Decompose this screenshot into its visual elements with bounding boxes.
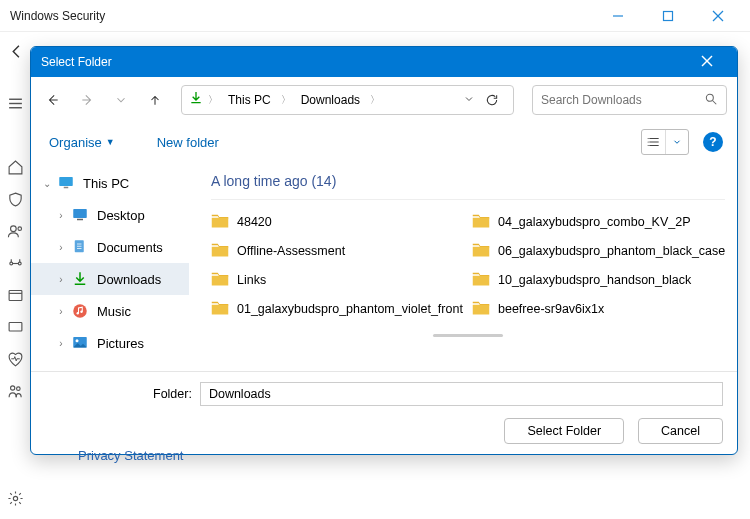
file-name: 48420 <box>237 215 272 229</box>
documents-icon <box>71 238 89 256</box>
folder-input[interactable] <box>200 382 723 406</box>
minimize-button[interactable] <box>596 1 640 31</box>
file-name: Offline-Assessment <box>237 244 345 258</box>
tree-label: This PC <box>83 176 129 191</box>
list-item[interactable]: beefree-sr9av6ix1x <box>472 301 725 316</box>
dialog-titlebar: Select Folder <box>31 47 737 77</box>
device-security-icon[interactable] <box>6 318 24 336</box>
nav-up-button[interactable] <box>141 86 169 114</box>
chevron-right-icon[interactable]: › <box>55 210 67 221</box>
downloads-icon <box>71 270 89 288</box>
health-icon[interactable] <box>6 350 24 368</box>
folder-icon <box>472 243 490 258</box>
chevron-right-icon[interactable]: › <box>55 242 67 253</box>
parent-sidebar <box>0 42 30 400</box>
app-control-icon[interactable] <box>6 286 24 304</box>
tree-label: Documents <box>97 240 163 255</box>
shield-icon[interactable] <box>6 190 24 208</box>
chevron-right-icon[interactable]: › <box>55 306 67 317</box>
svg-point-9 <box>9 262 12 265</box>
file-list: A long time ago (14) 48420 04_galaxybuds… <box>189 161 737 371</box>
svg-point-37 <box>73 304 87 318</box>
select-folder-button[interactable]: Select Folder <box>504 418 624 444</box>
chevron-down-icon[interactable]: ⌄ <box>41 178 53 189</box>
search-box[interactable] <box>532 85 727 115</box>
maximize-button[interactable] <box>646 1 690 31</box>
list-item[interactable]: 06_galaxybudspro_phantom_black_case_fron… <box>472 243 725 258</box>
svg-point-38 <box>77 312 79 314</box>
list-item[interactable]: 04_galaxybudspro_combo_KV_2P <box>472 214 725 229</box>
chevron-down-icon: ▼ <box>106 137 115 147</box>
nav-row: 〉 This PC 〉 Downloads 〉 <box>31 77 737 123</box>
refresh-button[interactable] <box>477 93 507 107</box>
music-icon <box>71 302 89 320</box>
view-dropdown[interactable] <box>666 130 688 154</box>
view-switcher[interactable] <box>641 129 689 155</box>
tree-item-more[interactable]: … <box>31 359 189 371</box>
svg-point-15 <box>16 386 20 390</box>
search-icon <box>704 92 718 109</box>
search-input[interactable] <box>541 93 704 107</box>
list-item[interactable]: 48420 <box>211 214 464 229</box>
account-icon[interactable] <box>6 222 24 240</box>
hamburger-icon[interactable] <box>6 94 24 112</box>
file-name: Links <box>237 273 266 287</box>
settings-icon[interactable] <box>6 489 24 507</box>
close-button[interactable] <box>696 1 740 31</box>
privacy-link[interactable]: Privacy Statement <box>78 448 184 463</box>
dialog-body: ⌄ This PC › Desktop › Documents › Downlo… <box>31 161 737 371</box>
new-folder-button[interactable]: New folder <box>153 131 223 154</box>
tree-label: Pictures <box>97 336 144 351</box>
svg-rect-11 <box>9 290 22 300</box>
breadcrumb-downloads[interactable]: Downloads <box>295 91 366 109</box>
tree-label: Desktop <box>97 208 145 223</box>
svg-point-10 <box>18 262 21 265</box>
downloads-icon <box>188 90 204 110</box>
home-icon[interactable] <box>6 158 24 176</box>
nav-forward-button[interactable] <box>73 86 101 114</box>
list-item[interactable]: 10_galaxybudspro_handson_black <box>472 272 725 287</box>
svg-point-27 <box>647 145 648 146</box>
chevron-right-icon[interactable]: 〉 <box>279 93 293 107</box>
nav-back-button[interactable] <box>39 86 67 114</box>
tree-item-music[interactable]: › Music <box>31 295 189 327</box>
resize-handle[interactable] <box>433 334 503 337</box>
nav-tree: ⌄ This PC › Desktop › Documents › Downlo… <box>31 161 189 371</box>
tree-item-downloads[interactable]: › Downloads <box>31 263 189 295</box>
tree-item-documents[interactable]: › Documents <box>31 231 189 263</box>
window-controls <box>596 1 740 31</box>
nav-recent-dropdown[interactable] <box>107 86 135 114</box>
chevron-right-icon[interactable]: 〉 <box>368 93 382 107</box>
desktop-icon <box>71 206 89 224</box>
chevron-right-icon[interactable]: › <box>55 338 67 349</box>
folder-icon <box>211 272 229 287</box>
dialog-footer: Folder: Select Folder Cancel <box>31 371 737 454</box>
tree-item-pictures[interactable]: › Pictures <box>31 327 189 359</box>
svg-rect-1 <box>664 11 673 20</box>
list-item[interactable]: 01_galaxybudspro_phantom_violet_front <box>211 301 464 316</box>
organise-menu[interactable]: Organise ▼ <box>45 131 119 154</box>
dialog-close-button[interactable] <box>687 55 727 70</box>
file-name: 04_galaxybudspro_combo_KV_2P <box>498 215 691 229</box>
svg-rect-30 <box>73 209 87 218</box>
address-dropdown[interactable] <box>463 91 475 109</box>
file-name: 10_galaxybudspro_handson_black <box>498 273 691 287</box>
view-list-icon[interactable] <box>642 130 666 154</box>
svg-point-16 <box>13 496 17 500</box>
tree-item-this-pc[interactable]: ⌄ This PC <box>31 167 189 199</box>
address-bar[interactable]: 〉 This PC 〉 Downloads 〉 <box>181 85 514 115</box>
chevron-right-icon[interactable]: 〉 <box>206 93 220 107</box>
chevron-right-icon[interactable]: › <box>55 274 67 285</box>
list-item[interactable]: Links <box>211 272 464 287</box>
tree-item-desktop[interactable]: › Desktop <box>31 199 189 231</box>
family-icon[interactable] <box>6 382 24 400</box>
cancel-button[interactable]: Cancel <box>638 418 723 444</box>
firewall-icon[interactable] <box>6 254 24 272</box>
folder-icon <box>211 243 229 258</box>
list-item[interactable]: Offline-Assessment <box>211 243 464 258</box>
group-header[interactable]: A long time ago (14) <box>211 169 725 200</box>
folder-icon <box>472 301 490 316</box>
breadcrumb-this-pc[interactable]: This PC <box>222 91 277 109</box>
help-button[interactable]: ? <box>703 132 723 152</box>
folder-icon <box>472 272 490 287</box>
